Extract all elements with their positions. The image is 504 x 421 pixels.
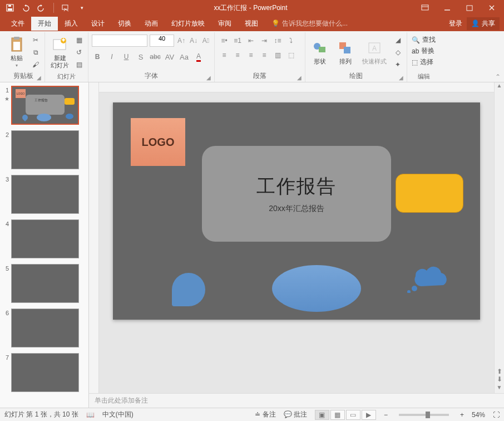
numbering-icon[interactable]: ≡1 [231,35,244,47]
clear-formatting-icon[interactable]: A⃠ [201,35,211,47]
find-button[interactable]: 🔍查找 [411,35,437,45]
tab-design[interactable]: 设计 [85,17,111,31]
slide-thumbnail-3[interactable] [11,175,79,214]
reading-view-icon[interactable]: ▭ [346,410,360,420]
zoom-level[interactable]: 54% [472,411,485,419]
maximize-icon[interactable] [459,0,480,16]
dialog-launcher-icon[interactable]: ◢ [399,75,403,81]
shapes-button[interactable]: 形状 [309,38,331,66]
undo-icon[interactable] [21,3,30,12]
scroll-up-icon[interactable]: ▲ [495,82,504,91]
align-center-icon[interactable]: ≡ [231,49,244,61]
slide-canvas[interactable]: LOGO 工作报告 20xx年汇总报告 [99,92,494,393]
select-button[interactable]: ⬚选择 [411,57,434,67]
underline-button[interactable]: U [121,51,132,62]
slide-thumbnail-2[interactable] [11,130,79,169]
italic-button[interactable]: I [106,51,117,62]
save-icon[interactable] [6,3,14,12]
columns-icon[interactable]: ▥ [271,49,284,61]
strikethrough-button[interactable]: abc [150,51,161,62]
layout-icon[interactable]: ▦ [73,35,85,46]
fit-to-window-icon[interactable]: ⛶ [493,411,500,419]
share-button[interactable]: 👤共享 [467,17,500,30]
thought-cloud-shape[interactable] [404,260,454,293]
cut-icon[interactable]: ✂ [30,35,41,46]
minimize-icon[interactable] [437,0,457,16]
section-icon[interactable]: ▤ [73,59,85,70]
tab-animations[interactable]: 动画 [138,17,165,31]
replace-button[interactable]: ab替换 [411,46,436,56]
new-slide-button[interactable]: ✦ 新建 幻灯片 [48,35,71,70]
yellow-rect-shape[interactable] [396,174,463,213]
font-family-select[interactable] [92,35,147,47]
redo-icon[interactable] [37,3,46,12]
tab-slideshow[interactable]: 幻灯片放映 [165,17,211,31]
increase-indent-icon[interactable]: ⇥ [258,35,270,47]
arrange-button[interactable]: 排列 [334,38,357,66]
collapse-ribbon-icon[interactable]: ⌃ [495,73,501,81]
close-icon[interactable] [482,0,502,16]
slide-subtitle[interactable]: 20xx年汇总报告 [269,204,324,214]
slide[interactable]: LOGO 工作报告 20xx年汇总报告 [113,102,480,320]
slide-title[interactable]: 工作报告 [256,174,337,199]
slide-thumbnail-4[interactable] [11,219,79,258]
increase-font-icon[interactable]: A↑ [176,35,186,47]
notes-toggle[interactable]: ≐ 备注 [255,410,275,419]
justify-icon[interactable]: ≡ [258,49,270,61]
language-status[interactable]: 中文(中国) [102,410,134,419]
next-slide-icon[interactable]: ⬇ [495,375,504,383]
qat-dropdown-icon[interactable]: ▾ [77,3,86,12]
slide-thumbnail-1[interactable]: ★ LOGO工作报告 [11,86,79,125]
slide-thumbnail-5[interactable] [11,264,79,303]
tab-view[interactable]: 视图 [238,17,265,31]
line-spacing-icon[interactable]: ↕≡ [271,35,284,47]
slideshow-view-icon[interactable]: ▶ [362,410,376,420]
teardrop-shape[interactable] [172,273,205,306]
vertical-scrollbar[interactable]: ▲ ⬆ ⬇ ▼ [494,82,504,393]
tab-file[interactable]: 文件 [4,17,31,31]
quick-styles-button[interactable]: A 快速样式 [360,38,389,66]
prev-slide-icon[interactable]: ⬆ [495,368,504,375]
reset-icon[interactable]: ↺ [73,47,85,58]
comments-toggle[interactable]: 💬 批注 [284,410,307,419]
zoom-slider[interactable] [399,414,449,416]
spellcheck-icon[interactable]: 📖 [86,411,95,419]
paste-button[interactable]: 粘贴 ▾ [6,35,28,69]
dialog-launcher-icon[interactable]: ◢ [37,75,41,81]
oval-shape[interactable] [272,265,361,312]
bold-button[interactable]: B [92,51,103,62]
normal-view-icon[interactable]: ▣ [315,410,329,420]
slide-thumbnail-panel[interactable]: 1 ★ LOGO工作报告 2 3 4 5 6 7 [0,82,89,408]
slide-counter[interactable]: 幻灯片 第 1 张，共 10 张 [4,410,78,419]
zoom-in-icon[interactable]: + [460,411,464,419]
change-case-icon[interactable]: Aa [179,51,190,62]
align-right-icon[interactable]: ≡ [245,49,257,61]
copy-icon[interactable]: ⧉ [30,47,41,58]
tab-insert[interactable]: 插入 [58,17,85,31]
font-color-icon[interactable]: A [193,51,204,62]
decrease-font-icon[interactable]: A↓ [189,35,199,47]
tab-home[interactable]: 开始 [31,17,58,31]
tab-review[interactable]: 审阅 [211,17,238,31]
ribbon-display-icon[interactable] [415,0,435,16]
slide-thumbnail-7[interactable] [11,353,79,392]
decrease-indent-icon[interactable]: ⇤ [245,35,257,47]
slide-thumbnail-6[interactable] [11,309,79,347]
shape-effects-icon[interactable]: ✦ [392,59,403,70]
login-button[interactable]: 登录 [449,19,462,28]
format-painter-icon[interactable]: 🖌 [30,59,41,70]
zoom-out-icon[interactable]: − [384,411,388,419]
text-direction-icon[interactable]: ⤵ [285,35,297,47]
tab-transitions[interactable]: 切换 [111,17,138,31]
dialog-launcher-icon[interactable]: ◢ [206,75,211,81]
align-left-icon[interactable]: ≡ [218,49,230,61]
char-spacing-icon[interactable]: AV [164,51,175,62]
font-size-select[interactable]: 40 [150,35,174,47]
shape-outline-icon[interactable]: ◇ [392,47,403,58]
title-card-shape[interactable]: 工作报告 20xx年汇总报告 [202,146,391,242]
bullets-icon[interactable]: ≡• [218,35,230,47]
smartart-icon[interactable]: ⬚ [285,49,297,61]
notes-pane[interactable]: 单击此处添加备注 [89,393,504,408]
shadow-button[interactable]: S [135,51,146,62]
start-from-beginning-icon[interactable] [62,3,71,12]
